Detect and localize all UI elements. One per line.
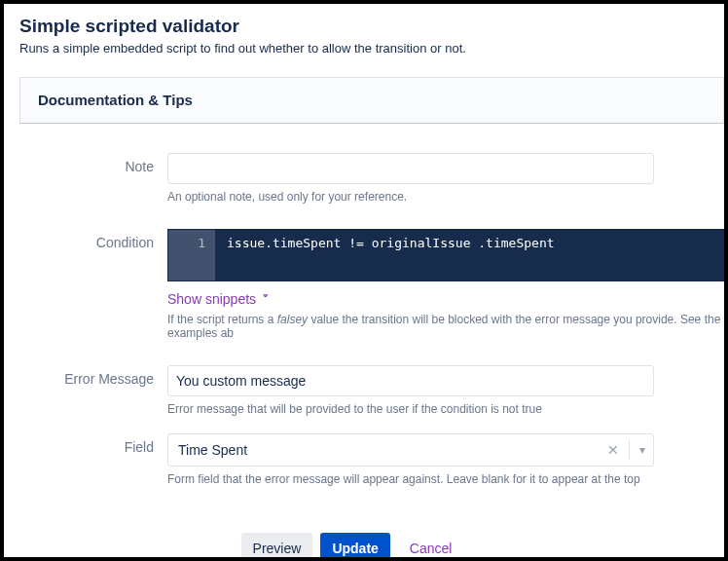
clear-icon[interactable]: ✕ <box>598 442 629 458</box>
show-snippets-link[interactable]: Show snippets ˅˅ <box>167 291 264 307</box>
action-bar: Preview Update Cancel <box>19 533 724 557</box>
show-snippets-label: Show snippets <box>167 291 256 307</box>
chevron-down-icon[interactable]: ▾ <box>630 443 645 457</box>
error-message-help: Error message that will be provided to t… <box>167 402 724 416</box>
note-label: Note <box>19 153 167 223</box>
note-help: An optional note, used only for your ref… <box>167 190 724 204</box>
condition-label: Condition <box>19 229 167 359</box>
preview-button[interactable]: Preview <box>241 533 313 557</box>
field-select[interactable]: Time Spent ✕ ▾ <box>167 433 654 467</box>
code-gutter: 1 <box>168 230 215 280</box>
code-line: issue.timeSpent != originalIssue .timeSp… <box>215 230 555 250</box>
field-help: Form field that the error message will a… <box>167 472 724 486</box>
note-input[interactable] <box>167 153 654 184</box>
condition-help: If the script returns a falsey value the… <box>167 313 724 340</box>
cancel-button[interactable]: Cancel <box>398 533 464 557</box>
field-select-value: Time Spent <box>178 442 598 458</box>
documentation-panel[interactable]: Documentation & Tips <box>19 77 724 124</box>
error-message-label: Error Message <box>19 365 167 428</box>
condition-code-editor[interactable]: 1 issue.timeSpent != originalIssue .time… <box>167 229 724 281</box>
page-title: Simple scripted validator <box>19 16 724 37</box>
update-button[interactable]: Update <box>320 533 389 557</box>
form: Note An optional note, used only for you… <box>19 153 724 557</box>
chevron-down-double-icon: ˅˅ <box>262 292 264 307</box>
page-subtitle: Runs a simple embedded script to find ou… <box>19 41 724 56</box>
documentation-panel-label: Documentation & Tips <box>38 92 193 108</box>
error-message-input[interactable] <box>167 365 654 396</box>
field-label: Field <box>19 433 167 505</box>
config-panel: Simple scripted validator Runs a simple … <box>4 4 724 557</box>
